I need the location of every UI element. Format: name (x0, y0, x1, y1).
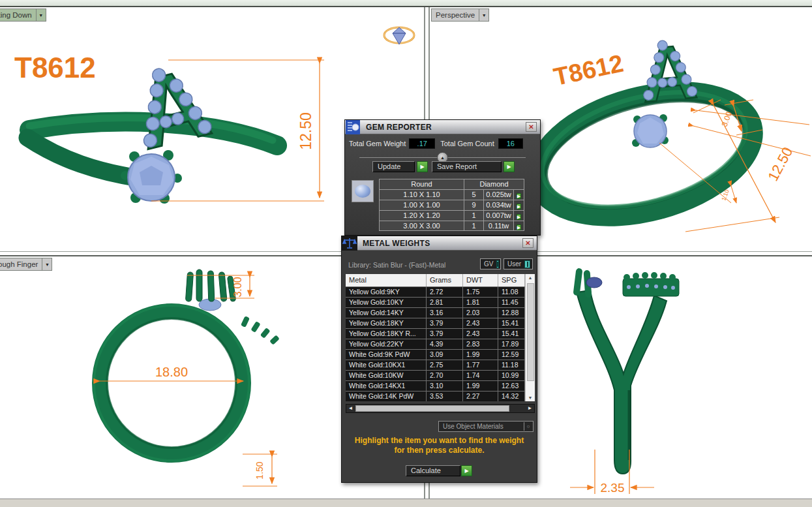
save-report-button[interactable]: Save Report (432, 161, 502, 172)
scrollbar-thumb[interactable] (527, 283, 534, 381)
model-code-label: T8612 (551, 50, 625, 91)
user-label: User (507, 260, 521, 268)
gem-row-go-cell: ▶ (514, 189, 524, 200)
metal-table-header: Metal Grams DWT SPG (346, 274, 535, 286)
toggle-indicator-icon (496, 260, 499, 268)
svg-text:18.80: 18.80 (155, 365, 188, 379)
use-object-materials-label: Use Object Materials (443, 423, 504, 430)
total-gem-count-label: Total Gem Count (440, 140, 494, 147)
gem-row-go-icon[interactable]: ▶ (517, 224, 521, 230)
application-window: T8612 A (0, 0, 812, 507)
metal-row[interactable]: Yellow Gold:18KY3.792.4315.41 (346, 318, 535, 328)
metal-row[interactable]: White Gold:10KW2.701.7410.99 (346, 370, 535, 380)
calculate-button[interactable]: Calculate (406, 465, 460, 476)
update-button[interactable]: Update (372, 161, 415, 172)
gem-totals-row: Total Gem Weight .17 Total Gem Count 16 (345, 138, 540, 149)
gem-thumbnail[interactable] (352, 180, 374, 202)
metal-row[interactable]: White Gold:9K PdW3.091.9912.59 (346, 349, 535, 360)
save-report-go-icon[interactable]: ▶ (504, 161, 515, 172)
gem-row-go-cell: ▶ (514, 221, 524, 231)
gem-table-row: 1.10 X 1.10 5 0.025tw ▶ (379, 189, 525, 200)
gem-report-icon (345, 120, 361, 134)
svg-text:1.50: 1.50 (254, 461, 265, 479)
gem-reporter-titlebar[interactable]: GEM REPORTER ✕ (345, 120, 540, 134)
metal-row[interactable]: Yellow Gold:10KY2.811.8111.45 (346, 297, 535, 307)
total-gem-weight-value: .17 (409, 138, 435, 149)
svg-text:A: A (637, 28, 700, 119)
gem-row-go-icon[interactable]: ▶ (517, 193, 521, 199)
gem-size: 1.20 X 1.20 (380, 210, 464, 221)
scroll-up-icon[interactable]: ▲ (526, 275, 535, 280)
col-spg: SPG (498, 274, 525, 286)
gem-reporter-panel: GEM REPORTER ✕ Total Gem Weight .17 Tota… (344, 119, 541, 236)
ring-side-body (573, 268, 679, 474)
model-code-label: T8612 (14, 52, 96, 84)
center-stone (632, 114, 669, 147)
update-go-icon[interactable]: ▶ (417, 161, 428, 172)
gem-weight: 0.025tw (484, 189, 514, 200)
scroll-left-icon[interactable]: ◄ (346, 405, 355, 412)
toggle-dot-icon: ○ (524, 422, 532, 431)
library-label: Library: Satin Blur - (Fast)-Metal (348, 261, 445, 269)
metal-row[interactable]: Yellow Gold:9KY2.721.7511.08 (346, 286, 535, 297)
letter-a-gem-motif: A (125, 46, 220, 170)
metal-row[interactable]: White Gold:14K PdW3.532.2714.32 (346, 391, 535, 401)
metal-weights-panel: METAL WEIGHTS ✕ Library: Satin Blur - (F… (341, 236, 537, 483)
horizontal-scrollbar[interactable]: ◄ ► (346, 404, 535, 413)
chevron-down-icon[interactable]: ▼ (36, 9, 46, 21)
metal-row[interactable]: Yellow Gold:22KY4.392.8317.89 (346, 339, 535, 349)
gem-table-row: 1.00 X 1.00 9 0.034tw ▶ (379, 200, 525, 210)
gem-type-header: Diamond (464, 179, 524, 189)
gem-size: 1.00 X 1.00 (380, 200, 464, 210)
viewport-tab-looking-down[interactable]: king Down ▼ (0, 8, 46, 22)
top-border-strip (0, 0, 812, 7)
metal-row[interactable]: Yellow Gold:14KY3.162.0312.88 (346, 307, 535, 318)
svg-text:A: A (125, 46, 220, 170)
close-icon[interactable]: ✕ (522, 238, 534, 248)
gv-label: GV (484, 260, 493, 268)
chevron-down-icon[interactable]: ▼ (42, 258, 52, 270)
chevron-down-icon[interactable]: ▼ (479, 9, 489, 21)
gem-size: 3.00 X 3.00 (380, 221, 464, 231)
brand-ring-logo (384, 27, 414, 44)
gem-weight: 0.11tw (484, 221, 514, 231)
vertical-scrollbar[interactable]: ▲ ▼ (525, 274, 535, 401)
instruction-text: Highlight the item you want to find the … (342, 436, 537, 455)
total-gem-weight-label: Total Gem Weight (349, 140, 406, 147)
viewport-tab-label: Perspective (432, 11, 479, 19)
close-icon[interactable]: ✕ (526, 122, 537, 132)
metal-weights-titlebar[interactable]: METAL WEIGHTS ✕ (342, 236, 537, 251)
use-object-materials-toggle[interactable]: Use Object Materials ○ (438, 421, 534, 432)
gem-row-go-icon[interactable]: ▶ (517, 204, 521, 209)
total-gem-count-value: 16 (498, 138, 523, 149)
dimension-shank-thickness: 1.50 (243, 454, 277, 486)
metal-row[interactable]: Yellow Gold:18KY R...3.792.4315.41 (346, 328, 535, 339)
viewport-tab-through-finger[interactable]: ough Finger ▼ (0, 258, 52, 271)
gv-toggle-button[interactable]: GV (480, 258, 501, 269)
dimension-height-label: 12.50 (297, 112, 314, 150)
scrollbar-thumb[interactable] (355, 405, 509, 412)
col-grams: Grams (427, 274, 463, 286)
calculate-go-icon[interactable]: ▶ (461, 465, 472, 476)
scroll-right-icon[interactable]: ► (526, 405, 534, 412)
letter-a-gem-motif: A (637, 28, 700, 119)
dimension-inner-diameter: 18.80 (100, 365, 243, 381)
gem-weight: 0.007tw (484, 210, 514, 221)
gem-count: 9 (464, 200, 484, 210)
gem-row-go-cell: ▶ (514, 210, 524, 221)
gem-table-row: 3.00 X 3.00 1 0.11tw ▶ (379, 221, 525, 231)
gem-reporter-actions: Update ▶ Save Report ▶ (345, 161, 540, 173)
col-dwt: DWT (463, 274, 498, 286)
metal-row[interactable]: White Gold:10KX12.751.7711.18 (346, 360, 535, 370)
gem-count: 1 (464, 210, 484, 221)
gem-size: 1.10 X 1.10 (380, 189, 464, 200)
scroll-down-icon[interactable]: ▼ (526, 395, 535, 400)
viewport-tab-label: ough Finger (0, 260, 42, 268)
ring-band (94, 305, 249, 461)
gem-image (355, 185, 370, 198)
gem-row-go-cell: ▶ (514, 200, 524, 210)
user-toggle-button[interactable]: User (504, 258, 533, 269)
viewport-tab-perspective[interactable]: Perspective ▼ (431, 8, 489, 22)
metal-row[interactable]: White Gold:14KX13.101.9912.63 (346, 380, 535, 391)
gem-row-go-icon[interactable]: ▶ (517, 214, 521, 220)
